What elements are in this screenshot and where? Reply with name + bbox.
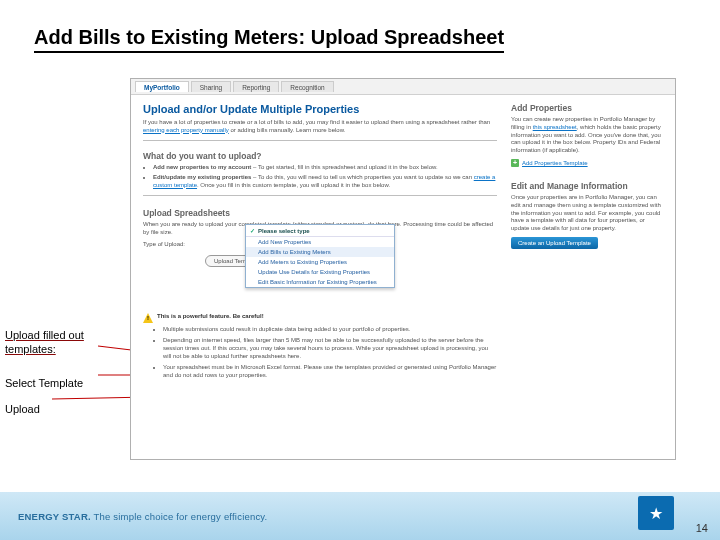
app-window: MyPortfolio Sharing Reporting Recognitio… [130,78,676,460]
section-what: What do you want to upload? Add new prop… [143,151,497,196]
slide-title: Add Bills to Existing Meters: Upload Spr… [34,26,504,53]
dd-edit-basic[interactable]: Edit Basic Information for Existing Prop… [246,277,394,287]
link-this-spreadsheet[interactable]: this spreadsheet [533,124,577,130]
warn-item: Your spreadsheet must be in Microsoft Ex… [163,363,497,379]
slide-annotations: Upload filled out templates: Select Temp… [5,328,84,415]
side-add-properties: Add Properties You can create new proper… [511,103,663,167]
warn-item: Depending on internet speed, files large… [163,336,497,360]
annotation-upload: Upload filled out templates: [5,328,84,357]
energy-star-logo: ★ [638,496,674,530]
warning-icon: ! [143,313,153,323]
dd-update-use[interactable]: Update Use Details for Existing Properti… [246,267,394,277]
what-item-add: Add new properties to my account – To ge… [153,164,497,172]
footer-bar: ENERGY STAR. The simple choice for energ… [0,492,720,540]
annotation-select: Select Template [5,377,84,389]
create-template-button[interactable]: Create an Upload Template [511,237,598,249]
side-edit-manage: Edit and Manage Information Once your pr… [511,181,663,249]
section-spread-head: Upload Spreadsheets [143,208,497,218]
tab-recognition[interactable]: Recognition [281,81,333,92]
link-manual-entry[interactable]: entering each property manually [143,127,229,133]
warning-box: !This is a powerful feature. Be careful!… [143,313,497,380]
check-icon: ✓ [250,227,255,234]
type-dropdown[interactable]: ✓Please select type Add New Properties A… [245,224,395,288]
side-edit-body: Once your properties are in Portfolio Ma… [511,194,663,233]
tab-bar: MyPortfolio Sharing Reporting Recognitio… [131,79,675,95]
page-intro: If you have a lot of properties to creat… [143,119,497,141]
dd-add-new[interactable]: Add New Properties [246,237,394,247]
side-add-head: Add Properties [511,103,663,113]
tab-reporting[interactable]: Reporting [233,81,279,92]
dd-add-meters[interactable]: Add Meters to Existing Properties [246,257,394,267]
star-icon: ★ [649,504,663,523]
section-spreadsheets: Upload Spreadsheets When you are ready t… [143,208,497,379]
annotation-uploadbtn: Upload [5,403,84,415]
section-what-head: What do you want to upload? [143,151,497,161]
what-item-edit: Edit/update my existing properties – To … [153,174,497,190]
side-edit-head: Edit and Manage Information [511,181,663,191]
add-properties-template-link[interactable]: + Add Properties Template [511,159,663,167]
dd-add-bills[interactable]: Add Bills to Existing Meters [246,247,394,257]
tab-sharing[interactable]: Sharing [191,81,231,92]
page-title: Upload and/or Update Multiple Properties [143,103,497,115]
plus-icon: + [511,159,519,167]
slide-number: 14 [696,522,708,534]
warn-item: Multiple submissions could result in dup… [163,325,497,333]
type-label: Type of Upload: [143,241,199,247]
tab-myportfolio[interactable]: MyPortfolio [135,81,189,92]
footer-text: ENERGY STAR. The simple choice for energ… [18,511,267,522]
